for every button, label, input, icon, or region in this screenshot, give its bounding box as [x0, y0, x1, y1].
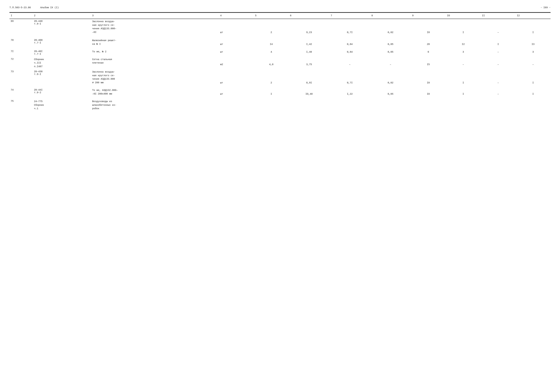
table-row: 72 Сборник ч.III п.I487 Сетка стальнаяпл… [10, 57, 550, 67]
col-header-8: 8 [370, 13, 411, 19]
row-num: 75 [10, 99, 33, 111]
main-table: I 2 3 4 5 6 7 8 9 IO II I2 69 20–440 т.9… [10, 12, 550, 111]
row-c9: I8 [411, 69, 446, 85]
row-desc: Воздуховоды изшлакобетонных ко-робок [91, 99, 219, 111]
page-number: - I69 - [540, 6, 550, 9]
page-header: Т.П.503-5-23.86 Альбом IX (I) - I69 - [10, 6, 550, 9]
row-c7: 0,84 [329, 49, 370, 55]
row-c12: – [516, 57, 550, 67]
row-unit: шт [219, 49, 254, 55]
col-header-1: I [10, 13, 33, 19]
row-c6: 3,75 [289, 57, 330, 67]
row-c11: – [481, 69, 516, 85]
row-c7: I,22 [329, 88, 370, 97]
col-header-5: 5 [254, 13, 289, 19]
row-c5: I [254, 88, 289, 97]
row-c12: I [516, 19, 550, 35]
row-c6: 9,23 [289, 19, 330, 35]
row-c8: – [370, 57, 411, 67]
row-num: 69 [10, 19, 33, 38]
table-row: 69 20–440 т.9-I Заслонка воздуш-ная круг… [10, 19, 550, 35]
row-c7: – [329, 57, 370, 67]
row-c10: I [446, 88, 481, 97]
row-c12: 3 [516, 49, 550, 55]
row-c10: I [446, 19, 481, 35]
row-unit: шт [219, 69, 254, 85]
row-c9: I8 [411, 19, 446, 35]
row-c7: 0,7I [329, 19, 370, 35]
row-code: 20–44I т.9-2 [33, 88, 91, 99]
row-desc: То же, АЗД132.000––0I 200х400 мм [91, 88, 219, 97]
row-c7: 0,7I [329, 69, 370, 85]
row-c10: – [446, 57, 481, 67]
row-c5: I4 [254, 38, 289, 47]
table-row: 7I 20–40I т.7-I То же, № 2 шт 4 I,48 0,8… [10, 49, 550, 55]
row-code: 20–40I т.7-I [33, 49, 91, 57]
row-c12: I [516, 88, 550, 97]
table-row: 74 20–44I т.9-2 То же, АЗД132.000––0I 20… [10, 88, 550, 97]
row-code: Сборник ч.III п.I487 [33, 57, 91, 70]
row-num: 7I [10, 49, 33, 57]
row-c10: 3 [446, 49, 481, 55]
column-headers: I 2 3 4 5 6 7 8 9 IO II I2 [10, 13, 550, 19]
row-num: 74 [10, 88, 33, 99]
row-c6: 8,9I [289, 69, 330, 85]
col-header-4: 4 [219, 13, 254, 19]
row-c8: 0,02 [370, 69, 411, 85]
row-c6: IO,40 [289, 88, 330, 97]
row-c11: – [481, 49, 516, 55]
row-c9: IO [411, 88, 446, 97]
row-desc: Заслонка воздуш-ная круглого се-чения АЗ… [91, 69, 219, 85]
row-code: 24–775 Сборник ч.1 [33, 99, 91, 111]
row-desc: Сетка стальнаяплетеная [91, 57, 219, 67]
row-c6: I,48 [289, 49, 330, 55]
col-header-11: II [481, 13, 516, 19]
col-header-9: 9 [411, 13, 446, 19]
row-c8: 0,05 [370, 49, 411, 55]
row-num: 70 [10, 38, 33, 49]
row-desc: Жалюзийная решет-ка № I [91, 38, 219, 47]
row-c5: 4,0 [254, 57, 289, 67]
row-c8: 0,05 [370, 88, 411, 97]
col-header-10: IO [446, 13, 481, 19]
row-c9: 6 [411, 49, 446, 55]
row-unit: шт [219, 88, 254, 97]
row-unit: м2 [219, 57, 254, 67]
row-code: 20–400 т.7-I [33, 38, 91, 49]
table-row: 70 20–400 т.7-I Жалюзийная решет-ка № I … [10, 38, 550, 47]
row-rest [219, 99, 550, 111]
row-c5: 4 [254, 49, 289, 55]
row-num: 72 [10, 57, 33, 70]
row-desc: То же, № 2 [91, 49, 219, 55]
row-c11: I [481, 38, 516, 47]
row-unit: шт [219, 19, 254, 35]
col-header-3: 3 [91, 13, 219, 19]
row-c10: I2 [446, 38, 481, 47]
row-c11: – [481, 88, 516, 97]
col-header-7: 7 [329, 13, 370, 19]
col-header-12: I2 [516, 13, 550, 19]
row-desc: Заслонка воздуш-ная круглого се-чения АЗ… [91, 19, 219, 35]
col-header-6: 6 [289, 13, 330, 19]
col-header-2: 2 [33, 13, 91, 19]
table-row: 75 24–775 Сборник ч.1 Воздуховоды изшлак… [10, 99, 550, 111]
row-unit: шт [219, 38, 254, 47]
row-c8: 0,02 [370, 19, 411, 35]
row-c9: I5 [411, 57, 446, 67]
row-c11: – [481, 57, 516, 67]
row-c11: – [481, 19, 516, 35]
row-c8: 0,05 [370, 38, 411, 47]
row-c5: 2 [254, 19, 289, 35]
row-code: 20–438 т.9-I [33, 69, 91, 88]
row-c10: I [446, 69, 481, 85]
row-c5: 2 [254, 69, 289, 85]
row-c9: 20 [411, 38, 446, 47]
row-c6: I,42 [289, 38, 330, 47]
row-c12: I3 [516, 38, 550, 47]
row-num: 73 [10, 69, 33, 88]
row-c12: I [516, 69, 550, 85]
row-code: 20–440 т.9-I [33, 19, 91, 38]
table-row: 73 20–438 т.9-I Заслонка воздуш-ная круг… [10, 69, 550, 85]
document-code: Т.П.503-5-23.86 [10, 6, 31, 9]
album-title: Альбом IX (I) [40, 6, 59, 9]
